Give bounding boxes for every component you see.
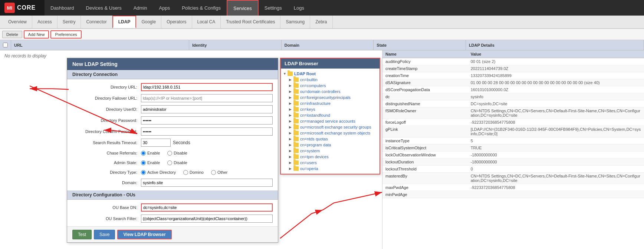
ou-base-dn-input[interactable] [141,203,273,212]
col-domain: Domain [282,40,374,50]
tree-item-system[interactable]: ▶ cn=system [289,148,377,154]
dir-type-ad[interactable]: Active Directory [141,170,176,175]
tree-item-domain-controllers[interactable]: ▶ ou=domain controllers [289,89,377,94]
view-ldap-browser-button[interactable]: View LDAP Browser [117,230,171,239]
domain-input[interactable] [141,179,273,187]
admin-state-enable[interactable]: Enable [141,160,160,165]
tree-item-root[interactable]: ▼ LDAP Root [283,71,377,77]
dir-other-radio[interactable] [211,170,216,175]
detail-value: -9223372036854775808 [471,120,641,124]
detail-value: DC=sysinfo,DC=site [471,102,641,106]
detail-name: dSCorePropagationData [385,87,471,92]
test-button[interactable]: Test [72,230,92,239]
directory-url-control [141,83,273,91]
admin-disable-radio[interactable] [167,160,172,165]
chase-referrals-disable[interactable]: Disable [167,151,187,156]
tree-item-xperia[interactable]: ▶ ou=xperia [289,166,377,172]
ou-base-dn-row: OU Base DN: [72,202,273,213]
nav-devices-users[interactable]: Devices & Users [80,0,128,16]
sec-nav-operators[interactable]: Operators [161,16,192,28]
delete-button[interactable]: Delete [2,31,22,38]
sec-nav-localca[interactable]: Local CA [192,16,221,28]
folder-icon [293,131,299,135]
directory-password-input[interactable] [141,116,273,124]
directory-confirm-control [141,127,273,136]
tree-item-exchange-system[interactable]: ▶ cn=microsoft exchange system objects [289,130,377,136]
sec-nav-overview[interactable]: Overview [3,16,32,28]
table-header: URL Identity Domain State LDAP Details [0,40,644,50]
tree-item-foreignsecurity[interactable]: ▶ cn=foreignsecurityprincipals [289,94,377,100]
nav-admin[interactable]: Admin [128,0,153,16]
tree-item-keys[interactable]: ▶ cn=keys [289,106,377,112]
sec-nav-connector[interactable]: Connector [81,16,112,28]
dir-ad-label: Active Directory [147,170,176,175]
section-directory-connection: Directory Connection [67,70,278,79]
chase-disable-radio[interactable] [167,151,172,156]
table-checkbox-header[interactable] [0,40,11,50]
tree-label-domain-controllers: ou=domain controllers [300,89,341,94]
dir-type-domino[interactable]: Domino [183,170,204,175]
chase-enable-radio[interactable] [141,151,146,156]
chase-referrals-control: Enable Disable [141,151,273,156]
save-button[interactable]: Save [94,230,115,239]
tree-arrow-icon: ▶ [289,125,293,129]
sec-nav-access[interactable]: Access [32,16,58,28]
preferences-button[interactable]: Preferences [50,30,81,39]
directory-confirm-label: Directory Confirm Password: [72,129,141,134]
sec-nav-samsung[interactable]: Samsung [280,16,310,28]
tree-item-ntds-quotas[interactable]: ▶ cn=ntds quotas [289,136,377,142]
details-value-header: Value [471,52,641,56]
tree-item-infrastructure[interactable]: ▶ cn=infrastructure [289,100,377,106]
detail-name: instanceType [385,139,471,143]
add-new-button[interactable]: Add New [24,30,49,39]
sec-nav-zebra[interactable]: Zebra [310,16,332,28]
tree-item-builtin[interactable]: ▶ cn=builtin [289,77,377,83]
sec-nav-google[interactable]: Google [136,16,161,28]
directory-confirm-input[interactable] [141,127,273,136]
ldap-details-header: Name Value [382,50,644,58]
nav-dashboard[interactable]: Dashboard [45,0,80,16]
directory-failover-input[interactable] [141,94,273,102]
folder-icon [293,155,299,159]
chase-referrals-enable[interactable]: Enable [141,151,160,156]
tree-item-managed-service[interactable]: ▶ cn=managed service accounts [289,118,377,124]
admin-state-disable[interactable]: Disable [167,160,187,165]
tree-arrow-icon: ▶ [289,113,293,117]
tree-item-exchange-security[interactable]: ▶ ou=microsoft exchange security groups [289,124,377,130]
tree-arrow-icon: ▶ [289,161,293,165]
tree-label-foreignsecurity: cn=foreignsecurityprincipals [300,95,351,100]
col-state: State [374,40,466,50]
dir-ad-radio[interactable] [141,170,146,175]
ou-base-dn-label: OU Base DN: [72,205,141,210]
nav-services[interactable]: Services [227,0,259,16]
directory-userid-input[interactable] [141,105,273,113]
tree-item-lostandfound[interactable]: ▶ cn=lostandfound [289,112,377,118]
ou-search-filter-input[interactable] [141,215,273,223]
chase-referrals-label: Chase Referrals: [72,151,141,155]
nav-settings[interactable]: Settings [259,0,288,16]
dir-domino-radio[interactable] [183,170,188,175]
dir-type-other[interactable]: Other [211,170,228,175]
tree-arrow-icon: ▶ [289,90,293,93]
detail-row: dSCorePropagationData 16010101000000.0Z [382,86,644,93]
directory-type-label: Directory Type: [72,170,141,175]
nav-apps[interactable]: Apps [153,0,176,16]
detail-value [471,192,641,197]
tree-item-tpm-devices[interactable]: ▶ cn=tpm devices [289,154,377,160]
tree-arrow-icon: ▶ [289,149,293,153]
nav-logs[interactable]: Logs [288,0,310,16]
admin-enable-radio[interactable] [141,160,146,165]
ou-base-dn-control [141,203,273,212]
sec-nav-trusted-root[interactable]: Trusted Root Certificates [221,16,280,28]
tree-label-ntds-quotas: cn=ntds quotas [300,137,328,141]
directory-url-input[interactable] [141,83,273,91]
detail-row: gPLink [LDAP://CN={31B2F340-016D-11D2-94… [382,126,644,137]
sec-nav-sentry[interactable]: Sentry [58,16,81,28]
nav-policies-configs[interactable]: Policies & Configs [176,0,227,16]
tree-item-users[interactable]: ▶ cn=users [289,160,377,166]
tree-item-program-data[interactable]: ▶ cn=program data [289,142,377,148]
search-timeout-input[interactable] [141,139,171,147]
tree-item-computers[interactable]: ▶ cn=computers [289,83,377,89]
sec-nav-ldap[interactable]: LDAP [112,16,137,28]
select-all-checkbox[interactable] [3,43,8,47]
